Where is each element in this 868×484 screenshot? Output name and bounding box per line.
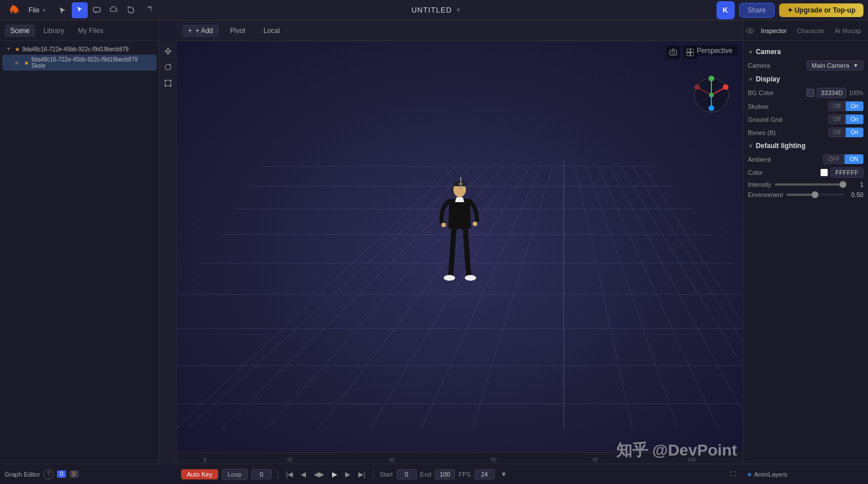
play-back-button[interactable]: ◀▶ [312, 469, 326, 479]
go-end-button[interactable]: ▶| [356, 469, 367, 479]
cursor-tool[interactable] [55, 2, 71, 18]
tab-character[interactable]: Character [792, 25, 829, 36]
environment-value: 0.50 [787, 191, 863, 198]
ruler-tick-0 [205, 458, 206, 464]
fullscreen-button[interactable]: ⛶ [728, 470, 738, 478]
autokey-button[interactable]: Auto Key [181, 469, 218, 479]
file-menu[interactable]: File ▼ [24, 5, 51, 16]
scale-tool[interactable] [161, 76, 175, 90]
share-button[interactable]: Share [739, 3, 775, 18]
anim-layers-label[interactable]: AnimLayers [754, 471, 787, 478]
counter-value: 0 [60, 471, 63, 477]
ground-grid-row: Ground Grid Off On [748, 114, 863, 124]
step-forward-button[interactable]: ▶ [343, 469, 353, 479]
camera-dropdown-value: Main Camera [812, 62, 849, 69]
tree-item-root[interactable]: ▼ ★ 9da48c16-722e-45bb-922c-f9d19becb879 [2, 43, 157, 55]
color-hex-input[interactable] [830, 167, 863, 178]
upgrade-button[interactable]: ✦ Upgrade or Top-up [779, 3, 863, 17]
camera-icon[interactable] [666, 46, 680, 59]
svg-point-42 [709, 76, 714, 81]
svg-rect-54 [687, 53, 690, 56]
tab-inspector[interactable]: Inspector [756, 25, 791, 36]
svg-line-31 [644, 166, 743, 428]
tab-library[interactable]: Library [38, 24, 70, 37]
color-swatch[interactable] [820, 169, 828, 177]
graph-editor-button[interactable]: Graph Editor [5, 471, 40, 478]
svg-rect-5 [165, 85, 166, 87]
add-icon: + [188, 27, 192, 35]
intensity-slider-container: 1 [775, 181, 863, 188]
play-forward-button[interactable]: ▶ [330, 469, 339, 479]
step-back-button[interactable]: ◀ [298, 469, 308, 479]
ambient-label: Ambient [748, 156, 771, 163]
environment-value-label: 0.50 [847, 191, 863, 198]
pivot-button[interactable]: Pivot [223, 24, 252, 37]
go-start-button[interactable]: |◀ [284, 469, 295, 479]
left-vertical-tools [159, 41, 177, 464]
start-input[interactable] [396, 469, 417, 479]
fps-input[interactable] [474, 469, 495, 479]
file-chevron: ▼ [42, 7, 47, 13]
title-area[interactable]: UNTITLED ▼ [411, 6, 461, 14]
file-label: File [28, 6, 39, 14]
camera-dropdown[interactable]: Main Camera ▼ [806, 60, 863, 71]
ruler-tick-80 [596, 459, 596, 464]
lighting-chevron: ▼ [748, 143, 754, 149]
tree-item-child[interactable]: ▶ ★ 9da48c16-722e-45bb-922c-f9d19becb879… [2, 55, 157, 71]
color-label: Color [748, 169, 763, 176]
timeline-bar: Auto Key Loop |◀ ◀ ◀▶ ▶ ▶ ▶| Start End F… [177, 464, 743, 484]
intensity-label: Intensity [748, 181, 771, 188]
color-value [820, 167, 863, 178]
bg-color-row: BG Color 100% [748, 88, 863, 98]
skybox-on[interactable]: On [846, 101, 863, 111]
ground-off[interactable]: Off [828, 114, 846, 124]
perspective-label: Perspective [692, 46, 737, 56]
chat-tool[interactable] [89, 2, 105, 18]
tree-label-root: 9da48c16-722e-45bb-922c-f9d19becb879 [22, 46, 129, 52]
pointer-tool[interactable] [72, 2, 88, 18]
loop-button[interactable]: Loop [222, 469, 248, 480]
move-tool[interactable] [161, 44, 175, 58]
user-avatar[interactable]: K [716, 1, 735, 19]
bg-color-hex-input[interactable] [817, 88, 846, 98]
nav-gizmo[interactable] [691, 75, 731, 115]
tab-aimocap[interactable]: AI Mocap [830, 25, 866, 36]
tree-chevron-child: ▶ [14, 59, 22, 67]
topbar-tools [55, 2, 156, 18]
tab-myfiles[interactable]: My Files [72, 24, 109, 37]
scene-tree: ▼ ★ 9da48c16-722e-45bb-922c-f9d19becb879… [0, 41, 159, 484]
viewport[interactable]: Perspective [177, 41, 743, 464]
local-button[interactable]: Local [257, 24, 287, 37]
timeline-ruler: 0 20 40 60 80 100 [177, 452, 743, 464]
fps-chevron[interactable]: ▼ [498, 469, 510, 479]
tab-scene[interactable]: Scene [5, 24, 35, 37]
undo-tool[interactable] [123, 2, 139, 18]
add-button[interactable]: + + Add [182, 24, 219, 37]
bones-off[interactable]: Off [828, 128, 846, 137]
frame-input[interactable] [251, 469, 272, 479]
ambient-on[interactable]: ON [845, 154, 863, 164]
help-icon[interactable]: ? [43, 469, 54, 479]
svg-point-35 [473, 222, 477, 226]
camera-section-header[interactable]: ▼ Camera [748, 48, 863, 56]
end-input[interactable] [435, 469, 455, 479]
intensity-thumb[interactable] [840, 181, 846, 188]
bones-on[interactable]: On [846, 128, 863, 137]
camera-chevron: ▼ [748, 49, 754, 55]
redo-tool[interactable] [140, 2, 156, 18]
intensity-track[interactable] [775, 183, 844, 186]
camera-dropdown-chevron: ▼ [853, 63, 858, 68]
inspector-eye-icon[interactable] [746, 23, 755, 39]
environment-track[interactable] [787, 194, 844, 196]
add-label: + Add [195, 27, 213, 35]
lighting-section-header[interactable]: ▼ Default lighting [748, 142, 863, 150]
ambient-off[interactable]: OFF [823, 154, 845, 164]
skybox-off[interactable]: Off [828, 101, 846, 111]
bg-color-swatch[interactable] [806, 89, 814, 97]
bg-color-label: BG Color [748, 89, 773, 96]
cloud-tool[interactable] [106, 2, 122, 18]
environment-thumb[interactable] [812, 191, 818, 198]
rotate-tool[interactable] [161, 60, 175, 74]
display-section-header[interactable]: ▼ Display [748, 75, 863, 83]
ground-on[interactable]: On [846, 114, 863, 124]
